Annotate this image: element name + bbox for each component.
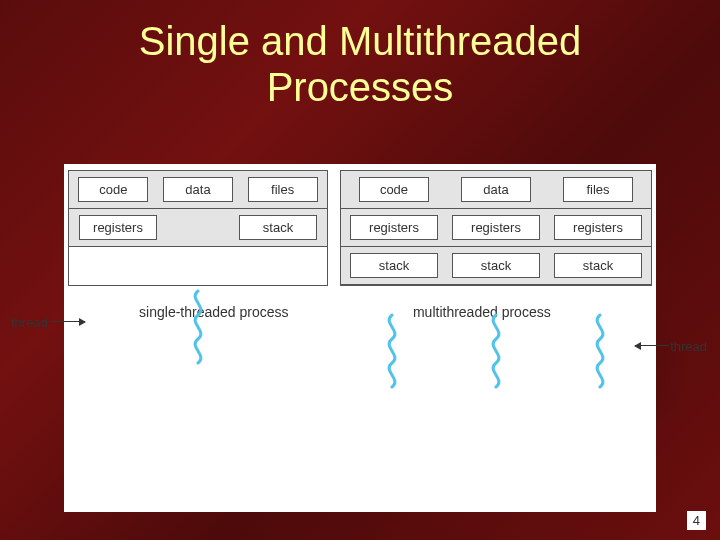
title-line-2: Processes [267,65,454,109]
multi-registers-1: registers [350,215,438,240]
multi-registers-3: registers [554,215,642,240]
multi-files-box: files [563,177,633,202]
multi-registers-2: registers [452,215,540,240]
title-line-1: Single and Multithreaded [139,19,582,63]
single-registers-box: registers [79,215,157,240]
single-caption: single-threaded process [92,304,336,320]
page-number: 4 [687,511,706,530]
arrow-icon [635,345,669,346]
multi-thread-label: thread [670,339,707,354]
arrow-icon [51,321,85,322]
multi-stack-3: stack [554,253,642,278]
multi-stacks-row: stack stack stack [341,247,651,285]
single-regstack-row: registers stack [69,209,327,247]
single-stack-box: stack [239,215,317,240]
single-code-box: code [78,177,148,202]
thread-squiggle-icon [184,289,212,367]
single-data-box: data [163,177,233,202]
multi-data-box: data [461,177,531,202]
panels-row: code data files registers stack thread [64,164,656,286]
thread-squiggle-icon [378,313,406,391]
multi-registers-row: registers registers registers [341,209,651,247]
diagram-figure: code data files registers stack thread [64,164,656,512]
single-shared-row: code data files [69,171,327,209]
multi-code-box: code [359,177,429,202]
single-files-box: files [248,177,318,202]
thread-squiggle-icon [586,313,614,391]
multithreaded-panel: code data files registers registers regi… [340,170,652,286]
slide-title: Single and Multithreaded Processes [0,0,720,110]
single-thread-col: thread [69,247,327,285]
thread-squiggle-icon [482,313,510,391]
multi-shared-row: code data files [341,171,651,209]
single-threaded-panel: code data files registers stack thread [68,170,328,286]
single-thread-label: thread [11,315,48,330]
multi-stack-2: stack [452,253,540,278]
caption-row: single-threaded process multithreaded pr… [64,304,656,320]
multi-stack-1: stack [350,253,438,278]
single-thread-area: thread [69,247,327,285]
